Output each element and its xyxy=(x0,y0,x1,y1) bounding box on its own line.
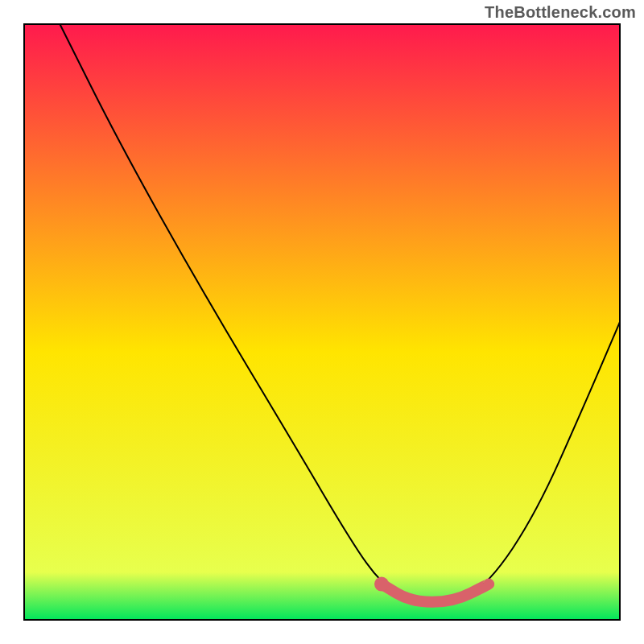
plot-background xyxy=(24,24,620,620)
highlight-dot-icon xyxy=(374,577,389,592)
bottleneck-chart: TheBottleneck.com xyxy=(0,0,644,644)
plot-area xyxy=(24,24,620,620)
chart-svg xyxy=(0,0,644,644)
watermark-label: TheBottleneck.com xyxy=(485,3,636,22)
